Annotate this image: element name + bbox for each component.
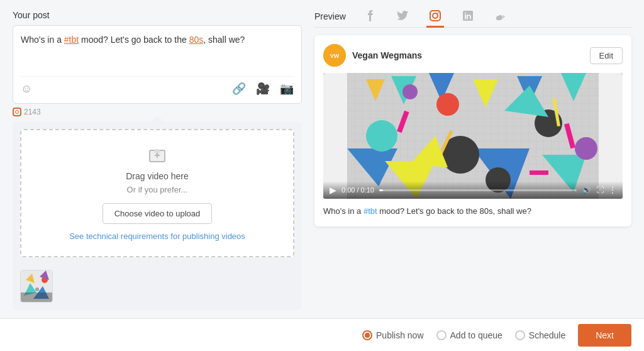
schedule-option[interactable]: Schedule: [515, 330, 565, 340]
toolbar-icons: ☺ 🔗 🎥 📷: [21, 76, 294, 96]
progress-bar[interactable]: [379, 189, 577, 191]
add-to-queue-radio[interactable]: [436, 330, 447, 340]
add-to-queue-label: Add to queue: [450, 330, 502, 340]
tech-requirements-link[interactable]: See technical requirements for publishin…: [69, 231, 245, 241]
video-icon[interactable]: 🎥: [256, 82, 270, 96]
upload-section: Drag video here Or if you prefer... Choo…: [13, 121, 302, 310]
svg-text:VW: VW: [330, 53, 340, 59]
svg-rect-12: [430, 11, 440, 21]
svg-marker-1: [153, 149, 161, 153]
link-icon[interactable]: 🔗: [232, 82, 246, 96]
tab-twitter[interactable]: [394, 10, 411, 28]
account-avatar: VW: [323, 44, 346, 67]
video-container[interactable]: ▶ 0:00 / 0:10 🔊 ⛶ ⋮: [323, 73, 623, 199]
edit-button[interactable]: Edit: [590, 47, 623, 64]
volume-icon[interactable]: 🔊: [582, 186, 591, 194]
tab-facebook[interactable]: [361, 10, 379, 28]
publish-now-radio[interactable]: [362, 330, 372, 340]
svg-point-13: [433, 13, 438, 18]
add-to-queue-option[interactable]: Add to queue: [436, 330, 502, 340]
drag-text: Drag video here: [126, 171, 189, 181]
post-textarea-container: Who's in a #tbt mood? Let's go back to t…: [13, 25, 302, 104]
svg-point-42: [402, 84, 418, 99]
bottom-bar: Publish now Add to queue Schedule Next: [0, 318, 644, 351]
svg-point-11: [35, 287, 39, 291]
svg-point-30: [366, 120, 397, 152]
play-button[interactable]: ▶: [330, 185, 336, 195]
schedule-label: Schedule: [529, 330, 565, 340]
svg-point-14: [437, 12, 438, 13]
video-controls: ▶ 0:00 / 0:10 🔊 ⛶ ⋮: [323, 181, 623, 199]
next-button[interactable]: Next: [578, 324, 631, 347]
preview-card: VW Vegan Wegmans Edit: [314, 35, 631, 226]
schedule-radio[interactable]: [515, 330, 525, 340]
svg-point-33: [575, 137, 597, 160]
publish-now-label: Publish now: [376, 330, 424, 340]
more-options-icon[interactable]: ⋮: [609, 186, 616, 194]
svg-rect-37: [530, 170, 548, 175]
tab-instagram[interactable]: [426, 10, 444, 28]
card-header: VW Vegan Wegmans Edit: [323, 44, 623, 67]
caption-hashtag: #tbt: [364, 206, 377, 216]
time-display: 0:00 / 0:10: [341, 186, 374, 194]
your-post-label: Your post: [13, 10, 302, 20]
upload-arrow: [151, 115, 164, 121]
emoji-icon[interactable]: ☺: [21, 82, 32, 96]
svg-rect-10: [21, 292, 53, 303]
choose-video-button[interactable]: Choose video to upload: [103, 203, 213, 224]
caption-text: Who's in a #tbt mood? Let's go back to t…: [323, 205, 623, 218]
upload-area[interactable]: Drag video here Or if you prefer... Choo…: [20, 129, 294, 257]
video-thumbnail[interactable]: [20, 270, 53, 303]
preview-label: Preview: [314, 11, 346, 21]
svg-point-29: [436, 93, 459, 116]
photo-icon[interactable]: 📷: [280, 82, 294, 96]
publish-now-option[interactable]: Publish now: [362, 330, 424, 340]
radio-group: Publish now Add to queue Schedule: [362, 330, 565, 340]
upload-icon: [147, 145, 167, 167]
instagram-char-icon: [13, 108, 21, 116]
video-visual: [323, 73, 623, 199]
account-name: Vegan Wegmans: [352, 50, 584, 60]
tab-googleplus[interactable]: [492, 10, 509, 28]
or-text: Or if you prefer...: [127, 185, 188, 194]
char-count-value: 2143: [24, 108, 41, 116]
tab-linkedin[interactable]: [459, 10, 477, 28]
fullscreen-icon[interactable]: ⛶: [596, 186, 604, 194]
link-80s: 80s: [189, 35, 204, 45]
post-text-display[interactable]: Who's in a #tbt mood? Let's go back to t…: [21, 33, 294, 71]
progress-fill: [379, 189, 383, 191]
preview-header: Preview: [314, 10, 631, 28]
hashtag-tbt: #tbt: [64, 35, 79, 45]
